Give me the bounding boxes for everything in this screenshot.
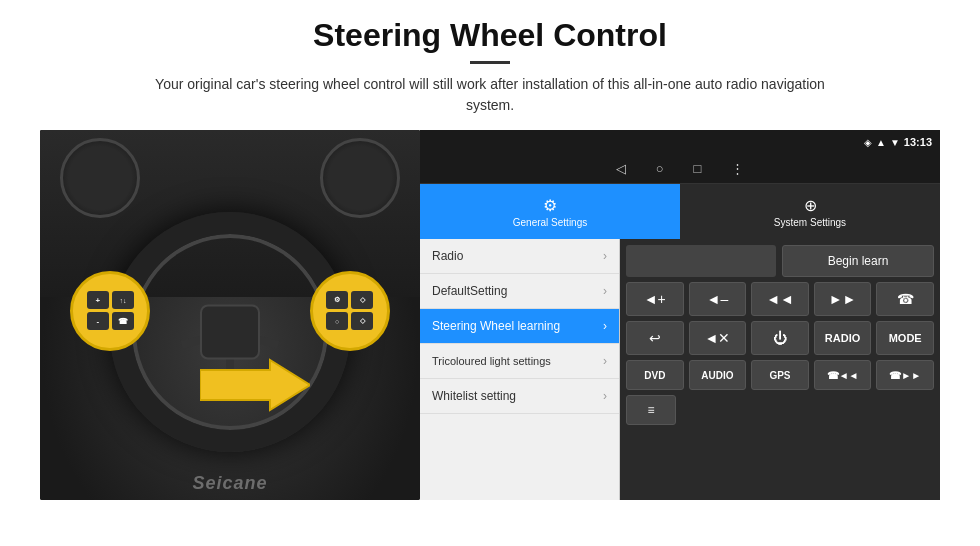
gps-button[interactable]: GPS	[751, 360, 809, 390]
mode-button[interactable]: MODE	[876, 321, 934, 355]
page-title: Steering Wheel Control	[40, 18, 940, 53]
ctrl-row-3: DVD AUDIO GPS ☎◄◄ ☎►►	[626, 360, 934, 390]
phone-icon: ☎	[897, 291, 914, 307]
system-settings-label: System Settings	[774, 217, 846, 228]
back-nav-icon[interactable]: ◁	[616, 161, 626, 176]
menu-label-defaultsetting: DefaultSetting	[432, 284, 507, 298]
blank-display	[626, 245, 776, 277]
status-bar: ◈ ▲ ▼ 13:13	[420, 130, 940, 154]
begin-learn-row: Begin learn	[626, 245, 934, 277]
title-divider	[470, 61, 510, 64]
menu-arrow-whitelist: ›	[603, 389, 607, 403]
ctrl-row-4: ≡	[626, 395, 934, 425]
tab-general-settings[interactable]: ⚙ General Settings	[420, 184, 680, 239]
call-next-button[interactable]: ☎►►	[876, 360, 934, 390]
phone-button[interactable]: ☎	[876, 282, 934, 316]
list-menu-button[interactable]: ≡	[626, 395, 676, 425]
vol-down-icon: ◄–	[707, 291, 729, 307]
settings-main: Radio › DefaultSetting › Steering Wheel …	[420, 239, 940, 500]
dvd-button[interactable]: DVD	[626, 360, 684, 390]
recents-nav-icon[interactable]: □	[694, 161, 702, 176]
nav-bar: ◁ ○ □ ⋮	[420, 154, 940, 184]
call-prev-button[interactable]: ☎◄◄	[814, 360, 872, 390]
audio-label: AUDIO	[701, 370, 733, 381]
general-settings-icon: ⚙	[543, 196, 557, 215]
gps-label: GPS	[769, 370, 790, 381]
settings-tabs: ⚙ General Settings ⊕ System Settings	[420, 184, 940, 239]
control-panel: Begin learn ◄+ ◄– ◄◄	[620, 239, 940, 500]
prev-track-icon: ◄◄	[766, 291, 794, 307]
subtitle: Your original car's steering wheel contr…	[140, 74, 840, 116]
menu-arrow-tricoloured: ›	[603, 354, 607, 368]
ctrl-row-2: ↩ ◄✕ ⏻ RADIO MODE	[626, 321, 934, 355]
menu-nav-icon[interactable]: ⋮	[731, 161, 744, 176]
radio-button[interactable]: RADIO	[814, 321, 872, 355]
ctrl-row-1: ◄+ ◄– ◄◄ ►► ☎	[626, 282, 934, 316]
wifi-icon: ▼	[890, 137, 900, 148]
system-settings-icon: ⊕	[804, 196, 817, 215]
vol-up-icon: ◄+	[644, 291, 666, 307]
menu-label-radio: Radio	[432, 249, 463, 263]
menu-item-defaultsetting[interactable]: DefaultSetting ›	[420, 274, 619, 309]
mute-icon: ◄✕	[704, 330, 730, 346]
menu-label-tricoloured: Tricoloured light settings	[432, 355, 551, 367]
status-time: 13:13	[904, 136, 932, 148]
power-button[interactable]: ⏻	[751, 321, 809, 355]
vol-up-button[interactable]: ◄+	[626, 282, 684, 316]
menu-item-whitelist[interactable]: Whitelist setting ›	[420, 379, 619, 414]
watermark: Seicane	[192, 473, 267, 494]
menu-arrow-radio: ›	[603, 249, 607, 263]
vol-down-button[interactable]: ◄–	[689, 282, 747, 316]
home-nav-icon[interactable]: ○	[656, 161, 664, 176]
prev-track-button[interactable]: ◄◄	[751, 282, 809, 316]
menu-label-whitelist: Whitelist setting	[432, 389, 516, 403]
general-settings-label: General Settings	[513, 217, 588, 228]
signal-icon: ▲	[876, 137, 886, 148]
steering-wheel-image: + ↑↓ - ☎ ⚙ ◇ ○ ◇	[40, 130, 420, 500]
radio-label: RADIO	[825, 332, 860, 344]
menu-item-radio[interactable]: Radio ›	[420, 239, 619, 274]
hangup-icon: ↩	[649, 330, 661, 346]
location-icon: ◈	[864, 137, 872, 148]
mute-button[interactable]: ◄✕	[689, 321, 747, 355]
menu-arrow-steering: ›	[603, 319, 607, 333]
left-button-cluster: + ↑↓ - ☎	[70, 271, 150, 351]
call-prev-icon: ☎◄◄	[827, 370, 859, 381]
next-track-button[interactable]: ►►	[814, 282, 872, 316]
list-menu-icon: ≡	[647, 403, 654, 417]
menu-arrow-defaultsetting: ›	[603, 284, 607, 298]
hangup-button[interactable]: ↩	[626, 321, 684, 355]
menu-item-tricoloured[interactable]: Tricoloured light settings ›	[420, 344, 619, 379]
settings-menu: Radio › DefaultSetting › Steering Wheel …	[420, 239, 620, 500]
power-icon: ⏻	[773, 330, 787, 346]
svg-marker-0	[200, 360, 310, 410]
begin-learn-button[interactable]: Begin learn	[782, 245, 934, 277]
dvd-label: DVD	[644, 370, 665, 381]
right-button-cluster: ⚙ ◇ ○ ◇	[310, 271, 390, 351]
audio-button[interactable]: AUDIO	[689, 360, 747, 390]
mode-label: MODE	[889, 332, 922, 344]
call-next-icon: ☎►►	[889, 370, 921, 381]
menu-item-steering[interactable]: Steering Wheel learning ›	[420, 309, 619, 344]
tab-system-settings[interactable]: ⊕ System Settings	[680, 184, 940, 239]
android-panel: ◈ ▲ ▼ 13:13 ◁ ○ □ ⋮ ⚙ General Settings	[420, 130, 940, 500]
next-track-icon: ►►	[829, 291, 857, 307]
menu-label-steering: Steering Wheel learning	[432, 319, 560, 333]
